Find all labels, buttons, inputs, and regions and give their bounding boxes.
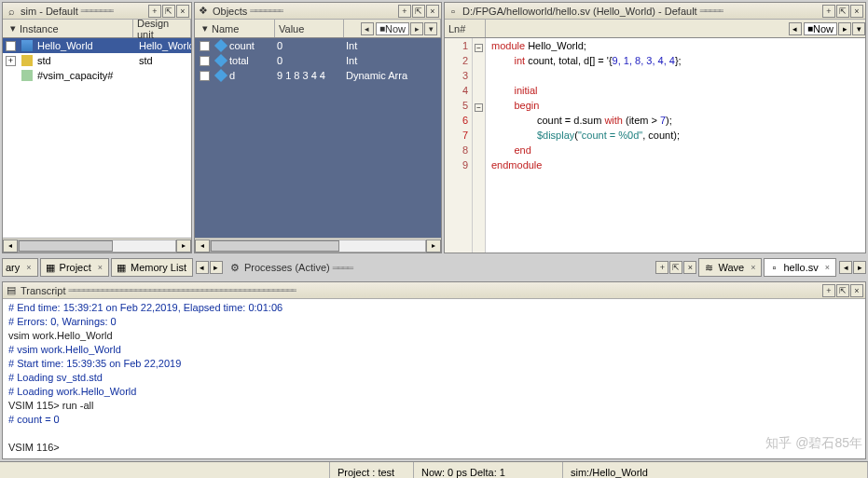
transcript-panel: ▤ Transcript ═══════════════════════════…: [2, 281, 866, 459]
expand-icon[interactable]: +: [200, 41, 210, 51]
expand-icon[interactable]: −: [6, 41, 16, 51]
source-code[interactable]: module Hello_World; int count, total, d[…: [486, 38, 687, 253]
signal-icon: [214, 39, 227, 52]
transcript-add-button[interactable]: +: [822, 284, 835, 297]
source-editor[interactable]: 1 2 3 4 5 6 7 8 9 − − module Hel: [445, 38, 865, 253]
close-icon[interactable]: ×: [98, 263, 103, 272]
tab-scroll-right[interactable]: ▸: [210, 261, 223, 274]
expand-icon[interactable]: +: [200, 56, 210, 66]
module-icon: [21, 40, 33, 51]
file-icon: ▫: [447, 5, 460, 18]
sim-add-button[interactable]: +: [148, 5, 161, 18]
tab-wave[interactable]: ≋Wave×: [698, 258, 762, 277]
objects-next-button[interactable]: ▸: [410, 22, 423, 35]
fold-button[interactable]: −: [475, 44, 483, 52]
instance-hello-world[interactable]: − Hello_World Hello_World: [3, 38, 191, 53]
status-scope: sim:/Hello_World: [563, 462, 868, 478]
left-tab-strip: ary× ▦Project× ▦Memory List ◂ ▸: [2, 257, 223, 278]
object-d[interactable]: +d 9 1 8 3 4 4 Dynamic Arra: [195, 68, 441, 83]
tab-memory-list[interactable]: ▦Memory List: [111, 258, 193, 277]
instance-vsim-capacity[interactable]: #vsim_capacity#: [3, 68, 191, 83]
memory-icon: ▦: [115, 261, 128, 274]
project-icon: ▦: [44, 261, 57, 274]
object-total[interactable]: +total 0 Int: [195, 53, 441, 68]
transcript-title-bar: ▤ Transcript ═══════════════════════════…: [3, 282, 865, 299]
middle-bar: ary× ▦Project× ▦Memory List ◂ ▸ ⚙ Proces…: [0, 255, 868, 280]
fold-gutter: − −: [473, 38, 486, 253]
sim-title: ⌕ sim - Default ═══════: [5, 5, 114, 18]
source-title-bar: ▫ D:/FPGA/helloworld/hello.sv (Hello_Wor…: [445, 3, 865, 20]
sim-icon: ⌕: [5, 5, 18, 18]
source-now-label: ■ Now: [804, 22, 837, 35]
tab-library[interactable]: ary×: [2, 258, 38, 277]
tab-hello-sv[interactable]: ▫hello.sv×: [764, 258, 836, 277]
right-tab-strip: ≋Wave× ▫hello.sv× ◂ ▸: [698, 258, 866, 277]
scroll-left-button[interactable]: ◂: [3, 239, 18, 253]
processes-close-button[interactable]: ×: [683, 261, 696, 274]
tab-scroll-right[interactable]: ▸: [853, 261, 866, 274]
objects-now-label: ■ Now: [376, 22, 409, 35]
object-count[interactable]: +count 0 Int: [195, 38, 441, 53]
transcript-title: ▤ Transcript ═══════════════════════════…: [5, 284, 296, 297]
transcript-icon: ▤: [5, 284, 18, 297]
source-panel: ▫ D:/FPGA/helloworld/hello.sv (Hello_Wor…: [444, 2, 866, 253]
scroll-right-button[interactable]: ▸: [426, 239, 441, 253]
file-icon: ▫: [767, 261, 780, 274]
signal-icon: [214, 54, 227, 67]
sim-undock-button[interactable]: ⇱: [162, 5, 175, 18]
capacity-icon: [21, 70, 33, 81]
tab-scroll-left[interactable]: ◂: [839, 261, 852, 274]
objects-close-button[interactable]: ×: [426, 5, 439, 18]
sim-panel: ⌕ sim - Default ═══════ + ⇱ × ▾Instance …: [2, 2, 192, 253]
sim-hscroll[interactable]: ◂ ▸: [3, 238, 191, 253]
close-icon[interactable]: ×: [26, 263, 31, 272]
objects-title: ❖ Objects ═══════: [197, 5, 283, 18]
signal-icon: [214, 69, 227, 82]
status-project: Project : test: [330, 462, 414, 478]
objects-panel: ❖ Objects ═══════ + ⇱ × ▾Name Value ◂ ■ …: [194, 2, 442, 253]
transcript-undock-button[interactable]: ⇱: [836, 284, 849, 297]
source-close-button[interactable]: ×: [850, 5, 863, 18]
sim-tree[interactable]: − Hello_World Hello_World + std std #vsi…: [3, 38, 191, 238]
transcript-output[interactable]: # End time: 15:39:21 on Feb 22,2019, Ela…: [3, 299, 865, 458]
tab-project[interactable]: ▦Project×: [40, 258, 110, 277]
objects-icon: ❖: [197, 5, 210, 18]
gear-icon: ⚙: [228, 261, 241, 274]
objects-menu-button[interactable]: ▾: [424, 22, 437, 35]
scroll-right-button[interactable]: ▸: [176, 239, 191, 253]
source-menu-button[interactable]: ▾: [852, 22, 865, 35]
objects-list[interactable]: +count 0 Int +total 0 Int +d 9 1 8 3 4 4…: [195, 38, 441, 238]
expand-icon[interactable]: +: [6, 56, 16, 66]
close-icon[interactable]: ×: [751, 263, 755, 272]
status-now: Now: 0 ps Delta: 1: [414, 462, 563, 478]
fold-button[interactable]: −: [475, 103, 483, 112]
objects-hscroll[interactable]: ◂ ▸: [195, 238, 441, 253]
processes-undock-button[interactable]: ⇱: [669, 261, 682, 274]
objects-title-bar: ❖ Objects ═══════ + ⇱ ×: [195, 3, 441, 20]
processes-title: ⚙ Processes (Active) ════ + ⇱ ×: [228, 261, 696, 274]
source-title: ▫ D:/FPGA/helloworld/hello.sv (Hello_Wor…: [447, 5, 723, 18]
wave-icon: ≋: [702, 261, 715, 274]
scroll-left-button[interactable]: ◂: [195, 239, 210, 253]
status-bar: Project : test Now: 0 ps Delta: 1 sim:/H…: [0, 461, 868, 478]
source-toolbar: Ln# ◂ ■ Now ▸ ▾: [445, 20, 865, 38]
instance-std[interactable]: + std std: [3, 53, 191, 68]
close-icon[interactable]: ×: [825, 263, 830, 272]
objects-undock-button[interactable]: ⇱: [412, 5, 425, 18]
objects-header: ▾Name Value ◂ ■ Now ▸ ▾: [195, 20, 441, 38]
transcript-close-button[interactable]: ×: [850, 284, 863, 297]
scroll-thumb[interactable]: [211, 240, 339, 252]
scroll-thumb[interactable]: [19, 240, 113, 252]
source-next-button[interactable]: ▸: [838, 22, 851, 35]
source-add-button[interactable]: +: [822, 5, 835, 18]
source-undock-button[interactable]: ⇱: [836, 5, 849, 18]
sim-header: ▾Instance Design unit: [3, 20, 191, 38]
objects-add-button[interactable]: +: [398, 5, 411, 18]
tab-scroll-left[interactable]: ◂: [196, 261, 209, 274]
expand-icon[interactable]: +: [200, 71, 210, 81]
sim-close-button[interactable]: ×: [176, 5, 189, 18]
processes-add-button[interactable]: +: [655, 261, 668, 274]
objects-prev-button[interactable]: ◂: [361, 22, 374, 35]
source-prev-button[interactable]: ◂: [789, 22, 802, 35]
line-number-gutter: 1 2 3 4 5 6 7 8 9: [445, 38, 473, 253]
